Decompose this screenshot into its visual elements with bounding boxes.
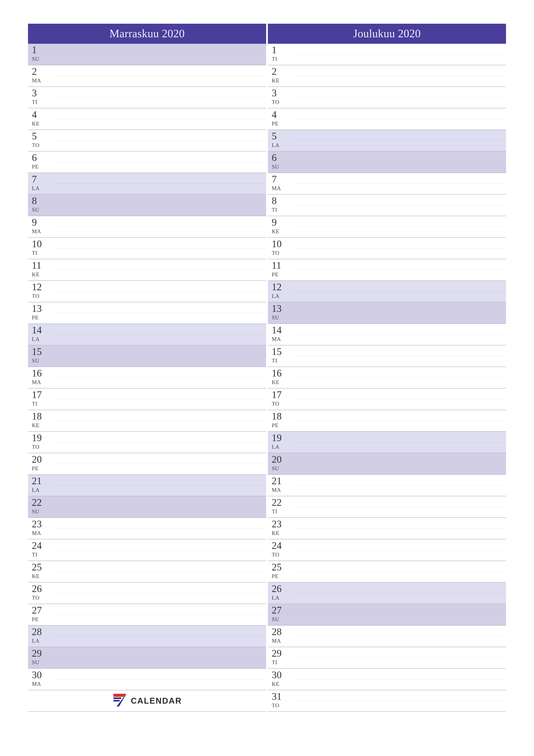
day-label: 18KE <box>28 410 54 431</box>
day-number: 16 <box>32 368 54 378</box>
day-note-area <box>54 238 266 259</box>
day-note-area <box>294 324 506 345</box>
day-note-area <box>294 582 506 604</box>
day-row: 19LA <box>268 432 506 453</box>
day-number: 5 <box>32 131 54 141</box>
day-row: 21LA <box>28 475 266 496</box>
day-number: 13 <box>272 304 294 313</box>
day-note-area <box>54 647 266 668</box>
day-number: 19 <box>272 433 294 443</box>
day-number: 12 <box>32 282 54 292</box>
day-row: 7LA <box>28 173 266 195</box>
day-row: 7MA <box>268 173 506 195</box>
day-row: 2MA <box>28 65 266 87</box>
day-row: 11PE <box>268 259 506 281</box>
day-row: 2KE <box>268 65 506 87</box>
day-row: 30MA <box>28 669 266 690</box>
day-number: 19 <box>32 433 54 443</box>
day-weekday: SU <box>272 164 294 170</box>
day-number: 28 <box>32 627 54 637</box>
day-note-area <box>294 453 506 474</box>
day-label: 20PE <box>28 453 54 474</box>
day-label: 15TI <box>268 345 294 366</box>
day-label: 10TO <box>268 238 294 259</box>
day-weekday: MA <box>272 337 294 342</box>
day-note-area <box>54 87 266 108</box>
day-label: 5TO <box>28 130 54 151</box>
day-number: 29 <box>32 648 54 659</box>
day-row: 13PE <box>28 302 266 324</box>
day-note-area <box>54 604 266 625</box>
day-note-area <box>54 151 266 173</box>
day-weekday: MA <box>272 638 294 644</box>
day-weekday: SU <box>32 56 54 62</box>
day-weekday: KE <box>272 530 294 536</box>
day-number: 31 <box>272 691 294 701</box>
day-label: 1SU <box>28 44 54 65</box>
seven-icon <box>112 692 128 710</box>
month-header: Joulukuu 2020 <box>268 24 506 44</box>
day-note-area <box>294 690 506 712</box>
day-note-area <box>294 367 506 388</box>
day-label: 18PE <box>268 410 294 431</box>
day-weekday: TI <box>272 358 294 364</box>
day-row: 4PE <box>268 108 506 130</box>
day-weekday: MA <box>32 530 54 536</box>
day-number: 26 <box>272 584 294 594</box>
day-note-area <box>294 238 506 259</box>
day-weekday: TI <box>272 56 294 62</box>
day-label: 28LA <box>28 626 54 647</box>
day-weekday: MA <box>32 78 54 83</box>
day-note-area <box>54 65 266 86</box>
day-weekday: KE <box>32 121 54 126</box>
day-number: 30 <box>32 670 54 680</box>
day-label: 8TI <box>268 195 294 216</box>
day-row: 5LA <box>268 130 506 151</box>
day-weekday: SU <box>32 660 54 665</box>
day-row: 31TO <box>268 690 506 712</box>
day-label: 26LA <box>268 582 294 604</box>
day-row: 23KE <box>268 518 506 539</box>
day-weekday: TO <box>272 250 294 256</box>
day-weekday: TI <box>272 660 294 665</box>
day-number: 16 <box>272 368 294 378</box>
day-row: 28LA <box>28 626 266 647</box>
day-number: 24 <box>32 541 54 551</box>
day-weekday: PE <box>32 466 54 471</box>
day-weekday: KE <box>272 229 294 234</box>
day-row: 16KE <box>268 367 506 389</box>
day-note-area <box>54 195 266 216</box>
day-note-area <box>294 626 506 647</box>
day-row: 23MA <box>28 518 266 539</box>
day-note-area <box>54 626 266 647</box>
day-label: 4PE <box>268 108 294 129</box>
day-row: 1TI <box>268 44 506 65</box>
day-number: 14 <box>32 325 54 335</box>
day-number: 14 <box>272 325 294 335</box>
day-row: 22TI <box>268 496 506 518</box>
day-row: 6PE <box>28 151 266 173</box>
day-row: 5TO <box>28 130 266 151</box>
day-row: 25KE <box>28 561 266 582</box>
day-number: 21 <box>32 476 54 486</box>
day-number: 5 <box>272 131 294 141</box>
brand-label: CALENDAR <box>131 696 182 706</box>
day-weekday: LA <box>32 337 54 342</box>
day-weekday: KE <box>32 272 54 277</box>
day-row: 28MA <box>268 626 506 647</box>
day-note-area <box>54 432 266 453</box>
day-number: 2 <box>272 67 294 76</box>
svg-rect-3 <box>114 700 120 701</box>
day-row: 26LA <box>268 582 506 604</box>
day-number: 25 <box>272 562 294 572</box>
day-row: 15TI <box>268 345 506 367</box>
day-note-area <box>294 195 506 216</box>
day-label: 2MA <box>28 65 54 86</box>
day-weekday: SU <box>272 617 294 622</box>
day-number: 25 <box>32 562 54 572</box>
day-label: 3TI <box>28 87 54 108</box>
day-note-area <box>294 410 506 431</box>
day-number: 7 <box>272 174 294 184</box>
day-label: 27PE <box>28 604 54 625</box>
day-label: 16KE <box>268 367 294 388</box>
